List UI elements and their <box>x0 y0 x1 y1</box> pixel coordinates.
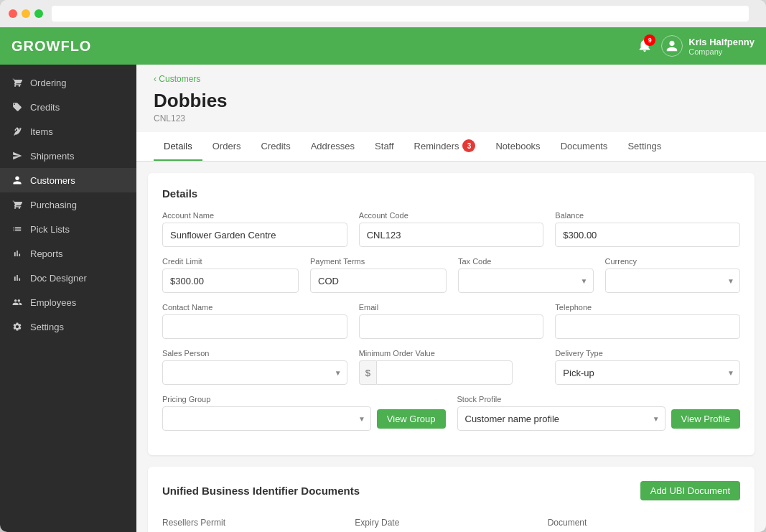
user-name: Kris Halfpenny <box>688 37 755 47</box>
telephone-label: Telephone <box>555 303 740 312</box>
min-order-label: Minimum Order Value <box>359 349 544 358</box>
currency-select[interactable] <box>605 269 741 293</box>
view-group-button[interactable]: View Group <box>377 409 446 429</box>
sales-person-select[interactable] <box>162 360 347 385</box>
sidebar-item-employees[interactable]: Employees <box>0 290 136 314</box>
contact-name-label: Contact Name <box>162 303 347 312</box>
contact-name-group: Contact Name <box>162 303 347 339</box>
breadcrumb-link[interactable]: Customers <box>154 74 200 84</box>
currency-group: Currency ▼ <box>605 257 741 293</box>
sidebar-label-shipments: Shipments <box>30 151 74 162</box>
sidebar-label-reports: Reports <box>30 248 63 259</box>
tab-staff[interactable]: Staff <box>365 132 404 161</box>
sidebar-item-reports[interactable]: Reports <box>0 241 136 266</box>
tab-credits[interactable]: Credits <box>251 132 300 161</box>
tab-orders[interactable]: Orders <box>202 132 251 161</box>
tax-code-select[interactable] <box>458 269 594 293</box>
sales-person-label: Sales Person <box>162 349 347 358</box>
close-button[interactable] <box>9 9 17 18</box>
sidebar-item-ordering[interactable]: Ordering <box>0 70 136 95</box>
payment-terms-input[interactable] <box>310 269 447 293</box>
sidebar-item-shipments[interactable]: Shipments <box>0 144 136 168</box>
maximize-button[interactable] <box>34 9 43 18</box>
tax-code-group: Tax Code ▼ <box>458 257 594 293</box>
tab-settings[interactable]: Settings <box>617 132 671 161</box>
tab-details[interactable]: Details <box>154 132 202 161</box>
employees-icon <box>11 297 23 308</box>
ubi-header: Unified Business Identifier Documents Ad… <box>162 481 740 500</box>
cart-icon <box>11 77 23 88</box>
pricing-group-group: Pricing Group ▼ View Group <box>162 395 446 431</box>
balance-input[interactable] <box>555 223 740 247</box>
minimize-button[interactable] <box>22 9 30 18</box>
stock-profile-select[interactable]: Customer name profile <box>457 406 665 431</box>
form-row-4: Sales Person ▼ Minimum Order Value $ <box>162 349 740 385</box>
sidebar-label-employees: Employees <box>30 297 76 308</box>
tab-addresses[interactable]: Addresses <box>301 132 365 161</box>
sidebar-item-credits[interactable]: Credits <box>0 95 136 119</box>
delivery-type-select[interactable]: Pick-up Delivery Courier <box>555 360 740 385</box>
user-company: Company <box>688 47 755 56</box>
details-section: Details Account Name Account Code Balanc <box>148 173 755 455</box>
sidebar-item-items[interactable]: Items <box>0 119 136 144</box>
delivery-type-label: Delivery Type <box>555 349 740 358</box>
account-code-input[interactable] <box>359 223 544 247</box>
notifications-button[interactable]: 9 <box>637 37 653 55</box>
cart2-icon <box>11 199 23 210</box>
content-area: Ordering Credits Items <box>0 65 766 532</box>
breadcrumb: Customers <box>136 65 766 87</box>
doc-icon <box>11 272 23 284</box>
topbar-right: 9 Kris Halfpenny Company <box>637 35 755 57</box>
pricing-group-select[interactable] <box>162 406 371 431</box>
application: GROWFLO 9 Kris Halfpenny Company <box>0 27 766 532</box>
add-ubi-document-button[interactable]: Add UBI Document <box>640 481 740 500</box>
sidebar-label-purchasing: Purchasing <box>30 200 77 210</box>
form-row-2: Credit Limit Payment Terms Tax Code ▼ <box>162 257 740 293</box>
url-bar[interactable] <box>52 6 749 22</box>
delivery-type-group: Delivery Type Pick-up Delivery Courier ▼ <box>555 349 740 385</box>
ubi-col-document: Document <box>548 518 740 528</box>
view-profile-button[interactable]: View Profile <box>671 409 740 429</box>
credit-limit-group: Credit Limit <box>162 257 299 293</box>
sales-person-select-wrapper: ▼ <box>162 360 347 385</box>
sidebar: Ordering Credits Items <box>0 65 136 532</box>
sidebar-item-picklists[interactable]: Pick Lists <box>0 217 136 241</box>
user-info: Kris Halfpenny Company <box>688 37 755 56</box>
account-code-group: Account Code <box>359 211 544 247</box>
stock-profile-label: Stock Profile <box>457 395 741 403</box>
tabs-bar: Details Orders Credits Addresses Staff <box>136 132 766 162</box>
user-icon <box>11 174 23 186</box>
sidebar-label-picklists: Pick Lists <box>30 224 70 235</box>
form-row-3: Contact Name Email Telephone <box>162 303 740 339</box>
delivery-type-select-wrapper: Pick-up Delivery Courier ▼ <box>555 360 740 385</box>
sidebar-item-purchasing[interactable]: Purchasing <box>0 192 136 217</box>
titlebar <box>0 0 766 27</box>
email-input[interactable] <box>359 314 544 339</box>
credit-limit-label: Credit Limit <box>162 257 299 266</box>
account-code-label: Account Code <box>359 211 544 220</box>
sidebar-item-customers[interactable]: Customers <box>0 168 136 192</box>
sidebar-item-doc-designer[interactable]: Doc Designer <box>0 266 136 290</box>
tab-reminders[interactable]: Reminders 3 <box>404 132 486 161</box>
account-name-input[interactable] <box>162 223 347 247</box>
tax-code-label: Tax Code <box>458 257 594 266</box>
ubi-table-header: Resellers Permit Expiry Date Document <box>162 512 740 532</box>
sidebar-label-credits: Credits <box>30 102 60 113</box>
min-order-input[interactable] <box>376 360 513 385</box>
currency-label: Currency <box>605 257 741 266</box>
bar-chart-icon <box>11 248 23 259</box>
sidebar-item-settings[interactable]: Settings <box>0 314 136 339</box>
credit-limit-input[interactable] <box>162 269 299 293</box>
user-area: Kris Halfpenny Company <box>661 35 755 57</box>
telephone-group: Telephone <box>555 303 740 339</box>
app-window: GROWFLO 9 Kris Halfpenny Company <box>0 0 766 532</box>
ubi-section: Unified Business Identifier Documents Ad… <box>148 467 755 532</box>
min-order-group: Minimum Order Value $ <box>359 349 544 385</box>
ubi-col-resellers: Resellers Permit <box>162 518 355 528</box>
tab-documents[interactable]: Documents <box>551 132 618 161</box>
contact-name-input[interactable] <box>162 314 347 339</box>
sidebar-label-doc-designer: Doc Designer <box>30 273 87 284</box>
telephone-input[interactable] <box>555 314 740 339</box>
balance-label: Balance <box>555 211 740 220</box>
tab-notebooks[interactable]: Notebooks <box>485 132 550 161</box>
